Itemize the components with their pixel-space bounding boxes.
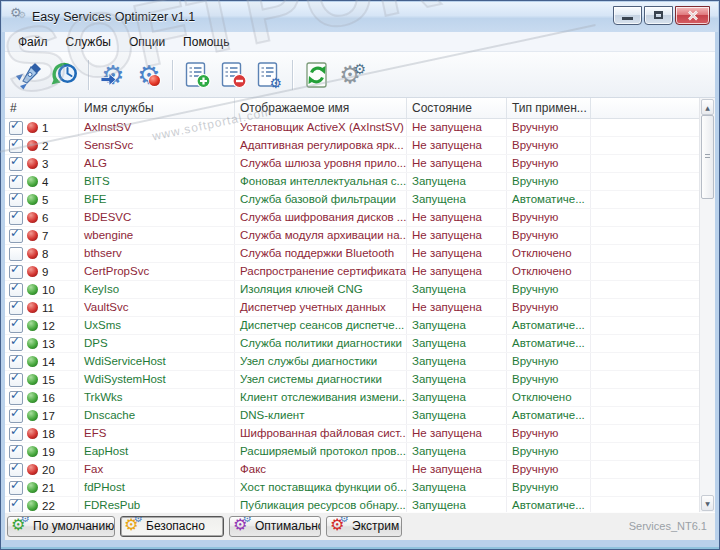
row-checkbox[interactable]: ✓ xyxy=(9,211,23,225)
row-checkbox[interactable]: ✓ xyxy=(9,319,23,333)
edit-list-button[interactable]: ⚙ xyxy=(251,56,287,94)
table-row[interactable]: ✓19EapHostРасширяемый протокол пров...За… xyxy=(5,443,700,461)
service-state: Не запущена xyxy=(407,461,507,478)
service-state: Не запущена xyxy=(407,155,507,172)
start-service-button[interactable]: ⚙ xyxy=(95,56,131,94)
row-number: 6 xyxy=(42,212,62,224)
row-checkbox[interactable]: ✓ xyxy=(9,445,23,459)
row-checkbox[interactable]: ✓ xyxy=(9,427,23,441)
display-name: Служба базовой фильтрации xyxy=(235,191,407,208)
status-dot-red xyxy=(27,248,38,259)
service-state: Запущена xyxy=(407,371,507,388)
table-row[interactable]: ✓14WdiServiceHostУзел службы диагностики… xyxy=(5,353,700,371)
remove-service-button[interactable] xyxy=(215,56,251,94)
column-header-2[interactable]: Отображаемое имя xyxy=(235,98,407,118)
row-select-cell: ✓22 xyxy=(5,497,79,512)
add-service-button[interactable] xyxy=(179,56,215,94)
column-header-3[interactable]: Состояние xyxy=(407,98,507,118)
service-state: Не запущена xyxy=(407,209,507,226)
menu-item-службы[interactable]: Службы xyxy=(57,33,120,51)
table-row[interactable]: ✓16TrkWksКлиент отслеживания измени...За… xyxy=(5,389,700,407)
service-state: Не запущена xyxy=(407,299,507,316)
row-checkbox[interactable]: ✓ xyxy=(9,139,23,153)
row-checkbox[interactable]: ✓ xyxy=(9,355,23,369)
service-name: BDESVC xyxy=(79,209,235,226)
table-row[interactable]: ✓7wbengineСлужба модуля архивации на...Н… xyxy=(5,227,700,245)
table-row[interactable]: ✓5BFEСлужба базовой фильтрацииЗапущенаАв… xyxy=(5,191,700,209)
row-checkbox[interactable]: ✓ xyxy=(9,499,23,513)
table-row[interactable]: ✓9CertPropSvcРаспространение сертификата… xyxy=(5,263,700,281)
table-row[interactable]: ✓12UxSmsДиспетчер сеансов диспетче...Зап… xyxy=(5,317,700,335)
row-checkbox[interactable]: ✓ xyxy=(9,175,23,189)
startup-type: Автоматиче... xyxy=(507,317,591,334)
vertical-scrollbar[interactable]: ▲ ▼ xyxy=(699,98,715,512)
row-checkbox[interactable]: ✓ xyxy=(9,229,23,243)
table-row[interactable]: ✓1AxInstSVУстановщик ActiveX (AxInstSV)Н… xyxy=(5,119,700,137)
table-row[interactable]: ✓10KeyIsoИзоляция ключей CNGЗапущенаВруч… xyxy=(5,281,700,299)
column-header-1[interactable]: Имя службы xyxy=(79,98,235,118)
close-button[interactable] xyxy=(675,6,710,25)
table-row[interactable]: ✓13DPSСлужба политики диагностикиЗапущен… xyxy=(5,335,700,353)
table-row[interactable]: ✓3ALGСлужба шлюза уровня прило...Не запу… xyxy=(5,155,700,173)
table-row[interactable]: ✓18EFSШифрованная файловая сист...Не зап… xyxy=(5,425,700,443)
table-row[interactable]: ✓15WdiSystemHostУзел системы диагностики… xyxy=(5,371,700,389)
row-checkbox[interactable]: ✓ xyxy=(9,193,23,207)
table-row[interactable]: ✓6BDESVCСлужба шифрования дисков ...Не з… xyxy=(5,209,700,227)
stop-service-button[interactable]: ⚙ xyxy=(131,56,167,94)
table-row[interactable]: ✓22FDResPubПубликация ресурсов обнару...… xyxy=(5,497,700,512)
row-checkbox[interactable]: ✓ xyxy=(9,373,23,387)
row-checkbox[interactable]: ✓ xyxy=(9,463,23,477)
table-row[interactable]: ✓11VaultSvcДиспетчер учетных данныхНе за… xyxy=(5,299,700,317)
row-checkbox[interactable] xyxy=(9,247,23,261)
minimize-button[interactable] xyxy=(613,6,642,25)
scroll-down-button[interactable]: ▼ xyxy=(701,495,714,511)
restore-defaults-button[interactable] xyxy=(47,56,83,94)
checkmark-icon: ✓ xyxy=(10,208,20,222)
row-checkbox[interactable]: ✓ xyxy=(9,157,23,171)
startup-type: Вручную xyxy=(507,155,591,172)
close-icon xyxy=(687,10,699,21)
row-checkbox[interactable]: ✓ xyxy=(9,409,23,423)
row-select-cell: ✓7 xyxy=(5,227,79,244)
row-checkbox[interactable]: ✓ xyxy=(9,337,23,351)
table-row[interactable]: ✓20FaxФаксНе запущенаВручную xyxy=(5,461,700,479)
row-checkbox[interactable]: ✓ xyxy=(9,481,23,495)
row-checkbox[interactable]: ✓ xyxy=(9,301,23,315)
startup-type: Отключено xyxy=(507,263,591,280)
status-dot-green xyxy=(27,194,38,205)
row-checkbox[interactable]: ✓ xyxy=(9,265,23,279)
display-name: Узел системы диагностики xyxy=(235,371,407,388)
maximize-button[interactable] xyxy=(644,6,673,25)
service-state: Запущена xyxy=(407,191,507,208)
table-row[interactable]: ✓4BITSФоновая интеллектуальная с...Запущ… xyxy=(5,173,700,191)
default-preset-button[interactable]: ⚙⚙По умолчанию xyxy=(7,516,115,537)
safe-preset-button[interactable]: ⚙⚙Безопасно xyxy=(120,516,224,537)
display-name: Узел службы диагностики xyxy=(235,353,407,370)
row-checkbox[interactable]: ✓ xyxy=(9,391,23,405)
optimal-preset-button[interactable]: ⚙⚙Оптимально xyxy=(229,516,321,537)
column-header-4[interactable]: Тип примен... xyxy=(507,98,591,118)
checkmark-icon: ✓ xyxy=(10,352,20,366)
row-checkbox[interactable]: ✓ xyxy=(9,283,23,297)
row-select-cell: ✓19 xyxy=(5,443,79,460)
table-header: #Имя службыОтображаемое имяСостояниеТип … xyxy=(5,98,700,119)
scrollbar-thumb[interactable] xyxy=(701,115,714,199)
settings-button[interactable]: ⚙⚙ xyxy=(335,56,371,94)
extreme-preset-button[interactable]: ⚙⚙Экстрим xyxy=(326,516,402,537)
row-checkbox[interactable]: ✓ xyxy=(9,121,23,135)
menu-item-файл[interactable]: Файл xyxy=(9,33,57,51)
column-header-0[interactable]: # xyxy=(5,98,79,118)
apply-changes-button[interactable] xyxy=(11,56,47,94)
refresh-button[interactable] xyxy=(299,56,335,94)
toolbar-separator xyxy=(172,60,174,90)
service-name: bthserv xyxy=(79,245,235,262)
scroll-up-button[interactable]: ▲ xyxy=(701,99,714,115)
table-row[interactable]: 8bthservСлужба поддержки BluetoothНе зап… xyxy=(5,245,700,263)
minimize-icon xyxy=(622,17,633,20)
toolbar-separator xyxy=(292,60,294,90)
table-row[interactable]: ✓2SensrSvcАдаптивная регулировка ярк...Н… xyxy=(5,137,700,155)
table-row[interactable]: ✓17DnscacheDNS-клиентЗапущенаАвтоматиче.… xyxy=(5,407,700,425)
menu-item-помощь[interactable]: Помощь xyxy=(174,33,238,51)
menu-item-опции[interactable]: Опции xyxy=(120,33,174,51)
table-row[interactable]: ✓21fdPHostХост поставщика функции об...З… xyxy=(5,479,700,497)
